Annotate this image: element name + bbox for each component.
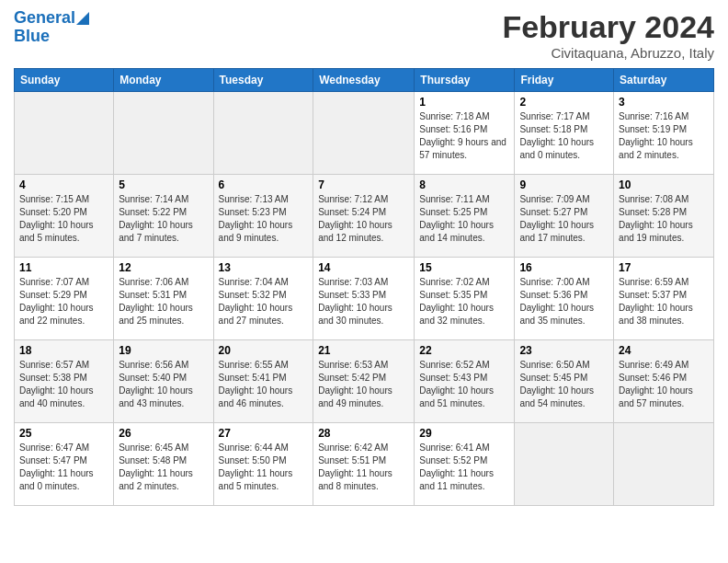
calendar-cell	[15, 92, 114, 175]
calendar-cell: 27Sunrise: 6:44 AMSunset: 5:50 PMDayligh…	[213, 423, 313, 506]
day-number: 29	[419, 427, 509, 440]
calendar-cell: 12Sunrise: 7:06 AMSunset: 5:31 PMDayligh…	[114, 258, 213, 340]
day-number: 10	[619, 178, 709, 191]
calendar-cell: 2Sunrise: 7:17 AMSunset: 5:18 PMDaylight…	[515, 92, 614, 175]
day-info: Sunrise: 7:00 AMSunset: 5:36 PMDaylight:…	[519, 276, 609, 327]
day-number: 16	[519, 261, 609, 274]
logo-general: General	[14, 8, 75, 27]
day-number: 4	[19, 178, 108, 191]
day-info: Sunrise: 7:04 AMSunset: 5:32 PMDaylight:…	[219, 276, 309, 327]
calendar-cell: 17Sunrise: 6:59 AMSunset: 5:37 PMDayligh…	[614, 258, 714, 340]
day-info: Sunrise: 7:18 AMSunset: 5:16 PMDaylight:…	[419, 110, 509, 162]
day-number: 3	[619, 96, 709, 109]
weekday-header: Tuesday	[213, 69, 313, 92]
day-info: Sunrise: 7:02 AMSunset: 5:35 PMDaylight:…	[419, 276, 509, 327]
day-number: 24	[619, 344, 709, 357]
day-info: Sunrise: 7:07 AMSunset: 5:29 PMDaylight:…	[19, 276, 108, 327]
calendar-cell: 13Sunrise: 7:04 AMSunset: 5:32 PMDayligh…	[213, 258, 313, 340]
calendar-cell: 11Sunrise: 7:07 AMSunset: 5:29 PMDayligh…	[15, 258, 114, 340]
weekday-header: Sunday	[15, 69, 114, 92]
day-info: Sunrise: 7:11 AMSunset: 5:25 PMDaylight:…	[419, 193, 509, 245]
day-info: Sunrise: 7:09 AMSunset: 5:27 PMDaylight:…	[519, 193, 609, 245]
day-number: 2	[519, 96, 609, 109]
calendar-cell: 16Sunrise: 7:00 AMSunset: 5:36 PMDayligh…	[515, 258, 614, 340]
day-info: Sunrise: 7:14 AMSunset: 5:22 PMDaylight:…	[119, 193, 208, 245]
day-number: 28	[318, 427, 409, 440]
day-info: Sunrise: 6:49 AMSunset: 5:46 PMDaylight:…	[619, 359, 709, 410]
day-number: 8	[419, 178, 509, 191]
header: General Blue February 2024 Civitaquana, …	[14, 9, 714, 61]
day-info: Sunrise: 6:57 AMSunset: 5:38 PMDaylight:…	[19, 359, 108, 410]
day-info: Sunrise: 7:16 AMSunset: 5:19 PMDaylight:…	[619, 110, 709, 162]
day-info: Sunrise: 7:15 AMSunset: 5:20 PMDaylight:…	[19, 193, 108, 245]
calendar-cell: 23Sunrise: 6:50 AMSunset: 5:45 PMDayligh…	[515, 340, 614, 423]
calendar-week-row: 18Sunrise: 6:57 AMSunset: 5:38 PMDayligh…	[15, 340, 714, 423]
day-info: Sunrise: 6:55 AMSunset: 5:41 PMDaylight:…	[219, 359, 309, 410]
calendar-week-row: 4Sunrise: 7:15 AMSunset: 5:20 PMDaylight…	[15, 175, 714, 258]
day-number: 9	[519, 178, 609, 191]
calendar-cell: 6Sunrise: 7:13 AMSunset: 5:23 PMDaylight…	[213, 175, 313, 258]
day-info: Sunrise: 6:44 AMSunset: 5:50 PMDaylight:…	[219, 442, 309, 493]
day-number: 11	[19, 261, 108, 274]
calendar-cell: 9Sunrise: 7:09 AMSunset: 5:27 PMDaylight…	[515, 175, 614, 258]
calendar-cell	[213, 92, 313, 175]
calendar-cell: 24Sunrise: 6:49 AMSunset: 5:46 PMDayligh…	[614, 340, 714, 423]
day-number: 23	[519, 344, 609, 357]
day-info: Sunrise: 7:08 AMSunset: 5:28 PMDaylight:…	[619, 193, 709, 245]
weekday-header-row: SundayMondayTuesdayWednesdayThursdayFrid…	[15, 69, 714, 92]
calendar-cell: 28Sunrise: 6:42 AMSunset: 5:51 PMDayligh…	[313, 423, 415, 506]
logo-blue: Blue	[14, 27, 50, 45]
calendar-cell	[515, 423, 614, 506]
page-title: February 2024	[502, 9, 714, 45]
calendar-cell: 25Sunrise: 6:47 AMSunset: 5:47 PMDayligh…	[15, 423, 114, 506]
title-area: February 2024 Civitaquana, Abruzzo, Ital…	[502, 9, 714, 61]
day-info: Sunrise: 6:52 AMSunset: 5:43 PMDaylight:…	[419, 359, 509, 410]
calendar-cell: 19Sunrise: 6:56 AMSunset: 5:40 PMDayligh…	[114, 340, 213, 423]
day-number: 22	[419, 344, 509, 357]
weekday-header: Wednesday	[313, 69, 415, 92]
day-number: 1	[419, 96, 509, 109]
calendar-cell: 7Sunrise: 7:12 AMSunset: 5:24 PMDaylight…	[313, 175, 415, 258]
day-info: Sunrise: 6:50 AMSunset: 5:45 PMDaylight:…	[519, 359, 609, 410]
calendar-table: SundayMondayTuesdayWednesdayThursdayFrid…	[14, 68, 714, 506]
calendar-week-row: 11Sunrise: 7:07 AMSunset: 5:29 PMDayligh…	[15, 258, 714, 340]
day-number: 21	[318, 344, 409, 357]
calendar-cell: 18Sunrise: 6:57 AMSunset: 5:38 PMDayligh…	[15, 340, 114, 423]
day-info: Sunrise: 6:47 AMSunset: 5:47 PMDaylight:…	[19, 442, 108, 493]
calendar-cell: 10Sunrise: 7:08 AMSunset: 5:28 PMDayligh…	[614, 175, 714, 258]
day-number: 17	[619, 261, 709, 274]
calendar-cell: 3Sunrise: 7:16 AMSunset: 5:19 PMDaylight…	[614, 92, 714, 175]
day-info: Sunrise: 6:53 AMSunset: 5:42 PMDaylight:…	[318, 359, 409, 410]
weekday-header: Monday	[114, 69, 213, 92]
calendar-cell	[114, 92, 213, 175]
calendar-cell: 29Sunrise: 6:41 AMSunset: 5:52 PMDayligh…	[415, 423, 515, 506]
day-info: Sunrise: 7:03 AMSunset: 5:33 PMDaylight:…	[318, 276, 409, 327]
calendar-cell	[614, 423, 714, 506]
day-info: Sunrise: 7:12 AMSunset: 5:24 PMDaylight:…	[318, 193, 409, 245]
day-info: Sunrise: 6:42 AMSunset: 5:51 PMDaylight:…	[318, 442, 409, 493]
calendar-week-row: 1Sunrise: 7:18 AMSunset: 5:16 PMDaylight…	[15, 92, 714, 175]
calendar-cell: 5Sunrise: 7:14 AMSunset: 5:22 PMDaylight…	[114, 175, 213, 258]
calendar-cell: 1Sunrise: 7:18 AMSunset: 5:16 PMDaylight…	[415, 92, 515, 175]
day-info: Sunrise: 6:45 AMSunset: 5:48 PMDaylight:…	[119, 442, 208, 493]
calendar-cell: 8Sunrise: 7:11 AMSunset: 5:25 PMDaylight…	[415, 175, 515, 258]
weekday-header: Friday	[515, 69, 614, 92]
day-number: 18	[19, 344, 108, 357]
day-number: 26	[119, 427, 208, 440]
calendar-cell	[313, 92, 415, 175]
weekday-header: Saturday	[614, 69, 714, 92]
logo: General Blue	[14, 9, 89, 46]
day-number: 20	[219, 344, 309, 357]
calendar-cell: 4Sunrise: 7:15 AMSunset: 5:20 PMDaylight…	[15, 175, 114, 258]
day-number: 27	[219, 427, 309, 440]
day-info: Sunrise: 6:56 AMSunset: 5:40 PMDaylight:…	[119, 359, 208, 410]
day-info: Sunrise: 7:06 AMSunset: 5:31 PMDaylight:…	[119, 276, 208, 327]
calendar-cell: 14Sunrise: 7:03 AMSunset: 5:33 PMDayligh…	[313, 258, 415, 340]
calendar-cell: 20Sunrise: 6:55 AMSunset: 5:41 PMDayligh…	[213, 340, 313, 423]
logo-arrow-icon	[76, 12, 89, 25]
svg-marker-0	[76, 12, 89, 25]
day-number: 14	[318, 261, 409, 274]
calendar-cell: 22Sunrise: 6:52 AMSunset: 5:43 PMDayligh…	[415, 340, 515, 423]
calendar-cell: 15Sunrise: 7:02 AMSunset: 5:35 PMDayligh…	[415, 258, 515, 340]
day-info: Sunrise: 7:17 AMSunset: 5:18 PMDaylight:…	[519, 110, 609, 162]
